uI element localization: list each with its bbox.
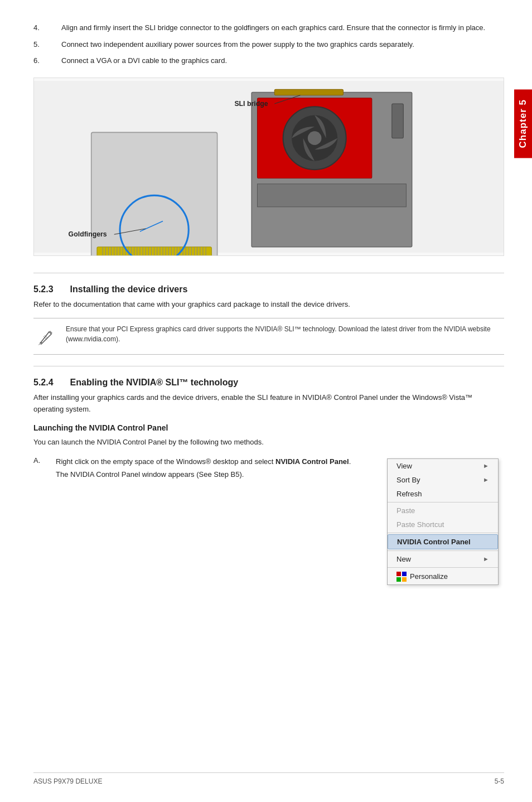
list-text-6: Connect a VGA or a DVI cable to the grap… <box>61 55 504 66</box>
launching-body: You can launch the NVIDIA Control Panel … <box>33 437 504 448</box>
menu-item-sortby[interactable]: Sort By ► <box>388 473 498 487</box>
menu-item-personalize-label: Personalize <box>410 572 448 581</box>
sli-diagram: SLI bridge Goldfingers <box>33 78 504 256</box>
list-text-4: Align and firmly insert the SLI bridge c… <box>61 22 504 33</box>
menu-item-refresh-label: Refresh <box>396 490 422 498</box>
menu-item-new-arrow: ► <box>483 555 489 562</box>
step-a-letter: A. <box>33 456 56 480</box>
menu-item-sortby-arrow: ► <box>483 476 489 483</box>
menu-item-paste-shortcut-label: Paste Shortcut <box>396 520 444 529</box>
note-text: Ensure that your PCI Express graphics ca… <box>66 324 504 344</box>
svg-rect-59 <box>402 577 407 582</box>
svg-rect-49 <box>274 89 343 95</box>
svg-rect-48 <box>392 104 404 138</box>
section-523-body: Refer to the documentation that came wit… <box>33 299 504 311</box>
menu-item-nvidia-label: NVIDIA Control Panel <box>397 538 471 546</box>
step-a-text-before: Right click on the empty space of the Wi… <box>56 457 275 466</box>
menu-item-sortby-label: Sort By <box>396 476 420 484</box>
menu-item-paste: Paste <box>388 504 498 518</box>
svg-text:Goldfingers: Goldfingers <box>69 230 107 238</box>
list-item-5: 5. Connect two independent auxiliary pow… <box>33 39 504 50</box>
section-524-body: After installing your graphics cards and… <box>33 392 504 416</box>
menu-item-new[interactable]: New ► <box>388 552 498 566</box>
svg-rect-56 <box>396 572 401 576</box>
chapter-tab: Chapter 5 <box>514 89 532 158</box>
menu-item-paste-shortcut: Paste Shortcut <box>388 518 498 532</box>
svg-point-47 <box>308 131 322 145</box>
step-a-bold: NVIDIA Control Panel <box>275 457 349 466</box>
launching-heading: Launching the NVIDIA Control Panel <box>33 423 504 432</box>
menu-separator-3 <box>388 550 498 551</box>
menu-item-view-arrow: ► <box>483 462 489 469</box>
svg-rect-58 <box>396 577 401 582</box>
list-text-5: Connect two independent auxiliary power … <box>61 39 504 50</box>
footer-left: ASUS P9X79 DELUXE <box>33 777 102 785</box>
note-icon <box>33 324 58 349</box>
step-a-sub-text: The NVIDIA Control Panel window appears … <box>56 469 244 480</box>
svg-text:SLI bridge: SLI bridge <box>234 100 268 108</box>
divider-1 <box>33 273 504 273</box>
svg-rect-57 <box>402 572 407 576</box>
step-a-text: Right click on the empty space of the Wi… <box>56 456 387 480</box>
menu-item-personalize-inner: Personalize <box>396 572 448 582</box>
step-a-text-after: . <box>349 457 351 466</box>
menu-item-new-label: New <box>396 555 411 563</box>
svg-rect-44 <box>257 183 406 206</box>
list-number-4: 4. <box>33 22 61 33</box>
menu-item-paste-label: Paste <box>396 506 415 515</box>
section-524-heading-row: 5.2.4Enabling the NVIDIA® SLI™ technolog… <box>33 378 504 388</box>
menu-separator-4 <box>388 567 498 568</box>
list-item-6: 6. Connect a VGA or a DVI cable to the g… <box>33 55 504 66</box>
menu-separator-1 <box>388 502 498 503</box>
note-box: Ensure that your PCI Express graphics ca… <box>33 318 504 355</box>
menu-item-view-label: View <box>396 462 412 470</box>
menu-separator-2 <box>388 533 498 533</box>
list-number-5: 5. <box>33 39 61 50</box>
context-menu: View ► Sort By ► Refresh Paste Paste Sho… <box>387 458 499 585</box>
menu-item-nvidia-control-panel[interactable]: NVIDIA Control Panel <box>388 534 498 549</box>
menu-item-personalize[interactable]: Personalize <box>388 569 498 584</box>
section-523-heading-row: 5.2.3Installing the device drivers <box>33 284 504 294</box>
footer: ASUS P9X79 DELUXE 5-5 <box>33 772 504 785</box>
footer-right: 5-5 <box>495 777 504 785</box>
divider-2 <box>33 366 504 366</box>
list-number-6: 6. <box>33 55 61 66</box>
personalize-icon <box>396 572 407 582</box>
menu-item-refresh[interactable]: Refresh <box>388 487 498 501</box>
menu-item-view[interactable]: View ► <box>388 459 498 473</box>
list-item-4: 4. Align and firmly insert the SLI bridg… <box>33 22 504 33</box>
step-a-item: A. Right click on the empty space of the… <box>33 456 387 480</box>
step-a-container: View ► Sort By ► Refresh Paste Paste Sho… <box>33 456 504 585</box>
svg-rect-1 <box>91 132 217 255</box>
